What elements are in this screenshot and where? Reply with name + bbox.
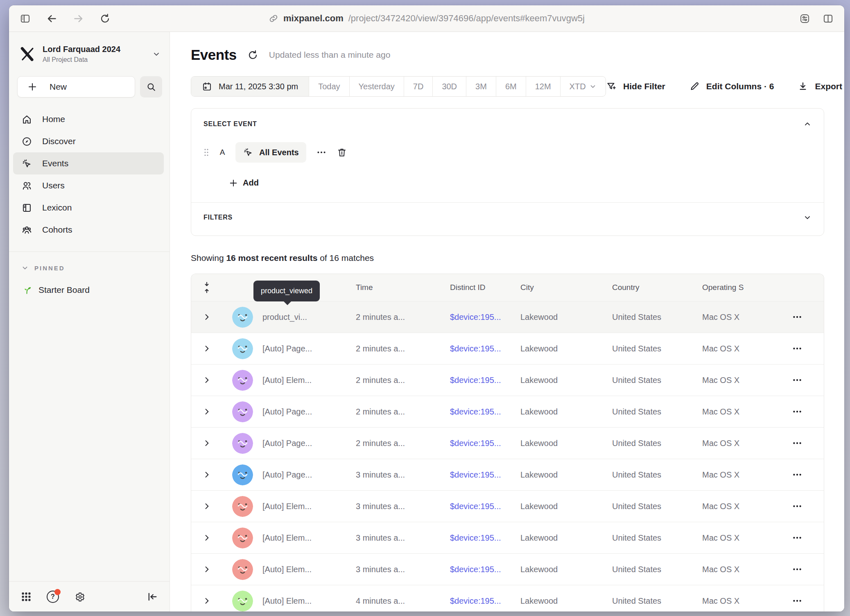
sidebar-item-events[interactable]: Events: [13, 152, 164, 174]
range-30d[interactable]: 30D: [433, 77, 466, 96]
row-actions-icon[interactable]: [792, 596, 803, 606]
export-button[interactable]: Export: [798, 81, 842, 92]
pinned-section-header[interactable]: PINNED: [21, 264, 170, 272]
distinct-id-link[interactable]: $device:195...: [450, 313, 501, 322]
more-options-icon[interactable]: [316, 147, 327, 158]
help-icon[interactable]: ?: [47, 591, 59, 603]
range-today[interactable]: Today: [309, 77, 349, 96]
row-actions-icon[interactable]: [792, 501, 803, 512]
column-operating-system[interactable]: Operating S: [702, 283, 770, 292]
row-expand-icon[interactable]: [203, 408, 211, 416]
sidebar-item-lexicon[interactable]: Lexicon: [13, 197, 164, 219]
sidebar-nav: HomeDiscoverEventsUsersLexiconCohorts: [9, 108, 170, 241]
range-label: 6M: [505, 82, 517, 91]
select-event-header[interactable]: SELECT EVENT: [203, 120, 812, 128]
sidebar-item-label: Events: [42, 159, 68, 168]
table-row[interactable]: [Auto] Page... 2 minutes a... $device:19…: [191, 333, 824, 364]
table-row[interactable]: [Auto] Page... 3 minutes a... $device:19…: [191, 459, 824, 490]
browser-toolbar: mixpanel.com/project/3472420/view/397469…: [9, 5, 844, 32]
range-12m[interactable]: 12M: [526, 77, 561, 96]
row-actions-icon[interactable]: [792, 375, 803, 385]
column-distinct-id[interactable]: Distinct ID: [450, 283, 520, 292]
table-row[interactable]: [Auto] Elem... 2 minutes a... $device:19…: [191, 364, 824, 396]
sidebar-item-users[interactable]: Users: [13, 174, 164, 197]
table-row[interactable]: [Auto] Elem... 4 minutes a... $device:19…: [191, 585, 824, 611]
url-path: /project/3472420/view/3974696/app/events…: [348, 13, 585, 24]
row-expand-icon[interactable]: [203, 565, 211, 573]
new-button[interactable]: New: [17, 76, 135, 97]
sidebar-item-home[interactable]: Home: [13, 108, 164, 130]
distinct-id-link[interactable]: $device:195...: [450, 439, 501, 448]
page-settings-icon[interactable]: [799, 13, 810, 24]
distinct-id-link[interactable]: $device:195...: [450, 565, 501, 574]
range-3m[interactable]: 3M: [466, 77, 496, 96]
split-view-icon[interactable]: [823, 13, 834, 24]
sidebar-item-label: Discover: [42, 136, 76, 146]
range-yesterday[interactable]: Yesterday: [350, 77, 404, 96]
drag-handle-icon[interactable]: [203, 148, 209, 157]
chevron-down-icon[interactable]: [803, 213, 812, 222]
row-actions-icon[interactable]: [792, 564, 803, 575]
filters-title: FILTERS: [203, 214, 233, 221]
chevron-up-icon[interactable]: [803, 120, 812, 128]
range-7d[interactable]: 7D: [404, 77, 433, 96]
table-row[interactable]: [Auto] Page... 2 minutes a... $device:19…: [191, 427, 824, 459]
row-expand-icon[interactable]: [203, 597, 211, 605]
row-expand-icon[interactable]: [203, 502, 211, 510]
refresh-icon[interactable]: [247, 50, 258, 61]
os-cell: Mac OS X: [702, 533, 770, 543]
add-event-button[interactable]: Add: [229, 178, 812, 188]
gear-icon[interactable]: [74, 591, 85, 602]
column-country[interactable]: Country: [612, 283, 702, 292]
address-bar[interactable]: mixpanel.com/project/3472420/view/397469…: [269, 13, 585, 24]
forward-button[interactable]: [73, 13, 84, 24]
browser-sidebar-toggle-icon[interactable]: [20, 13, 31, 24]
sidebar-item-cohorts[interactable]: Cohorts: [13, 219, 164, 241]
table-row[interactable]: [Auto] Elem... 3 minutes a... $device:19…: [191, 522, 824, 553]
row-expand-icon[interactable]: [203, 344, 211, 353]
table-row[interactable]: [Auto] Elem... 3 minutes a... $device:19…: [191, 490, 824, 522]
sidebar-item-discover[interactable]: Discover: [13, 130, 164, 152]
row-actions-icon[interactable]: [792, 469, 803, 480]
reload-button[interactable]: [99, 13, 111, 24]
apps-grid-icon[interactable]: [20, 591, 32, 602]
range-6m[interactable]: 6M: [496, 77, 526, 96]
row-expand-icon[interactable]: [203, 471, 211, 479]
table-row[interactable]: [Auto] Page... 2 minutes a... $device:19…: [191, 396, 824, 427]
table-row[interactable]: [Auto] Elem... 3 minutes a... $device:19…: [191, 553, 824, 585]
date-picker[interactable]: Mar 11, 2025 3:30 pm: [191, 77, 309, 96]
distinct-id-link[interactable]: $device:195...: [450, 407, 501, 416]
row-expand-icon[interactable]: [203, 534, 211, 542]
row-actions-icon[interactable]: [792, 438, 803, 448]
distinct-id-link[interactable]: $device:195...: [450, 596, 501, 605]
row-actions-icon[interactable]: [792, 532, 803, 543]
distinct-id-link[interactable]: $device:195...: [450, 376, 501, 385]
row-expand-icon[interactable]: [203, 439, 211, 447]
distinct-id-link[interactable]: $device:195...: [450, 502, 501, 511]
row-actions-icon[interactable]: [792, 312, 803, 322]
row-actions-icon[interactable]: [792, 343, 803, 354]
project-switcher[interactable]: Lord Farquaad 2024 All Project Data: [9, 32, 170, 67]
sidebar-item-starter-board[interactable]: Starter Board: [21, 285, 170, 295]
row-expand-icon[interactable]: [203, 376, 211, 384]
column-time[interactable]: Time: [356, 283, 450, 292]
row-expand-icon[interactable]: [203, 313, 211, 321]
filters-header[interactable]: FILTERS: [203, 213, 812, 222]
distinct-id-link[interactable]: $device:195...: [450, 533, 501, 542]
row-actions-icon[interactable]: [792, 406, 803, 417]
edit-columns-button[interactable]: Edit Columns · 6: [689, 81, 774, 92]
search-button[interactable]: [140, 76, 162, 97]
collapse-rows-icon[interactable]: [202, 281, 212, 294]
collapse-sidebar-icon[interactable]: [147, 591, 158, 602]
back-button[interactable]: [46, 13, 57, 24]
column-city[interactable]: City: [520, 283, 612, 292]
distinct-id-link[interactable]: $device:195...: [450, 344, 501, 353]
event-selector-chip[interactable]: All Events: [235, 142, 306, 163]
events-icon: [21, 158, 32, 169]
distinct-id-link[interactable]: $device:195...: [450, 470, 501, 479]
trash-icon[interactable]: [337, 147, 347, 158]
table-row[interactable]: product_vi... 2 minutes a... $device:195…: [191, 301, 824, 333]
lexicon-icon: [21, 202, 32, 213]
range-xtd[interactable]: XTD: [561, 77, 606, 96]
hide-filter-button[interactable]: Hide Filter: [606, 81, 665, 92]
